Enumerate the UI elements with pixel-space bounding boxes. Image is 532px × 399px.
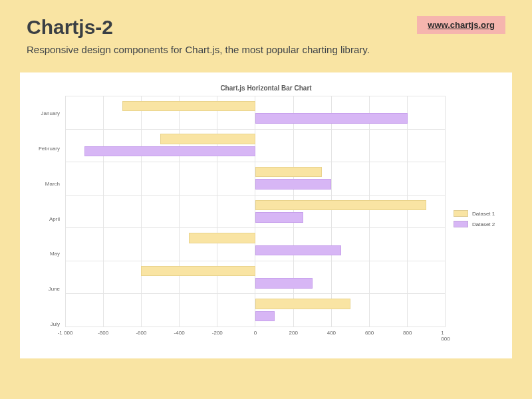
x-axis-label: -1 000: [58, 330, 73, 336]
bar-series-2: [255, 179, 331, 190]
y-axis-label: May: [32, 236, 65, 271]
legend-item: Dataset 2: [454, 221, 500, 227]
chart-row: [65, 162, 446, 196]
chart-row: [65, 96, 446, 130]
chart-row: [65, 261, 446, 295]
chart-plot-area: [65, 96, 446, 327]
x-axis-label: -800: [98, 330, 108, 336]
x-axis-label: 200: [289, 330, 298, 336]
x-axis-label: -200: [212, 330, 223, 336]
x-axis-label: 1 000: [441, 330, 450, 342]
bar-series-1: [141, 266, 255, 277]
bar-series-2: [84, 146, 255, 157]
y-axis-label: April: [32, 201, 65, 237]
x-axis-label: -400: [174, 330, 185, 336]
y-axis-label: January: [32, 96, 65, 131]
bar-series-1: [255, 167, 322, 178]
chart-row: [65, 196, 446, 229]
page-subtitle: Responsive design components for Chart.j…: [0, 44, 532, 66]
legend-item: Dataset 1: [454, 210, 500, 217]
bar-series-2: [255, 113, 408, 124]
bar-series-2: [255, 278, 313, 289]
y-axis-label: July: [32, 307, 65, 342]
bar-series-1: [255, 200, 426, 211]
page-title: Chartjs-2: [27, 16, 113, 39]
chart-card: Chart.js Horizontal Bar Chart JanuaryFeb…: [20, 72, 512, 358]
legend-label: Dataset 2: [472, 221, 495, 227]
legend-label: Dataset 1: [472, 211, 495, 217]
x-axis-label: -600: [136, 330, 146, 336]
legend-swatch: [454, 221, 468, 227]
chart-row: [65, 294, 446, 327]
bar-series-1: [189, 233, 255, 243]
bar-series-2: [255, 311, 275, 322]
bar-series-1: [160, 134, 255, 144]
chart-row: [65, 130, 446, 163]
bar-series-2: [255, 212, 303, 223]
bar-series-1: [255, 299, 350, 309]
bar-series-1: [122, 101, 255, 112]
chart-row: [65, 228, 446, 261]
y-axis-label: March: [32, 166, 65, 201]
x-axis-label: 400: [327, 330, 336, 336]
bar-series-2: [255, 245, 341, 256]
chart-legend: Dataset 1Dataset 2: [446, 96, 500, 342]
legend-swatch: [454, 210, 468, 217]
x-axis-label: 0: [254, 330, 257, 336]
y-axis-label: June: [32, 271, 65, 307]
external-link[interactable]: www.chartjs.org: [417, 16, 505, 34]
x-axis-label: 600: [365, 330, 374, 336]
x-axis-label: 800: [403, 330, 412, 336]
y-axis-label: February: [32, 131, 65, 166]
chart-title: Chart.js Horizontal Bar Chart: [32, 84, 500, 92]
